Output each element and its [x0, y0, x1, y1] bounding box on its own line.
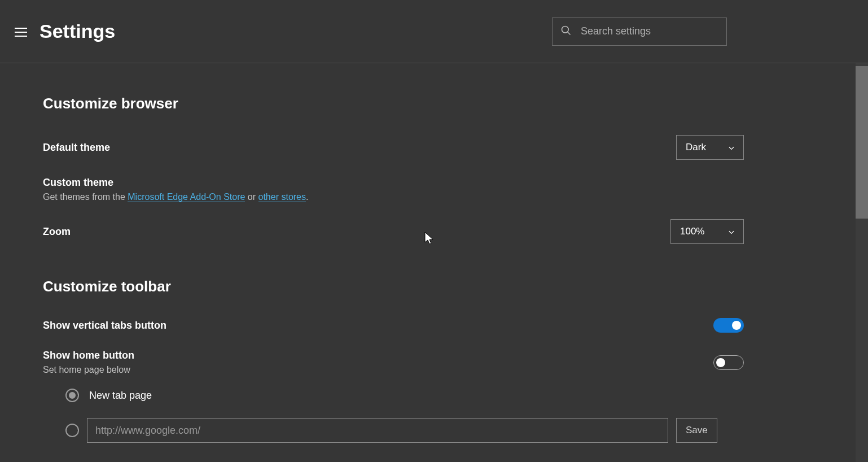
menu-button[interactable]	[15, 25, 28, 39]
search-input[interactable]	[581, 25, 718, 37]
label-default-theme: Default theme	[43, 142, 676, 154]
toggle-home-button[interactable]	[713, 355, 744, 370]
scrollbar-track[interactable]	[856, 63, 868, 462]
toggle-vertical-tabs[interactable]	[713, 318, 744, 333]
scrollbar-thumb[interactable]	[856, 66, 868, 219]
section-customize-browser: Customize browser	[43, 95, 744, 112]
custom-theme-description: Get themes from the Microsoft Edge Add-O…	[43, 192, 744, 202]
radio-row-custom-url: Save	[43, 418, 744, 443]
chevron-down-icon	[727, 143, 735, 151]
search-field[interactable]	[552, 18, 727, 46]
page-title: Settings	[40, 20, 541, 42]
save-button[interactable]: Save	[676, 418, 717, 443]
row-zoom: Zoom 100%	[43, 219, 744, 244]
settings-content: Customize browser Default theme Dark Cus…	[0, 63, 868, 462]
section-customize-toolbar: Customize toolbar	[43, 278, 744, 295]
label-custom-theme: Custom theme	[43, 177, 744, 189]
label-zoom: Zoom	[43, 226, 670, 238]
label-home-button: Show home button	[43, 350, 713, 361]
radio-new-tab-page[interactable]	[65, 389, 79, 402]
radio-custom-url[interactable]	[65, 424, 79, 437]
link-edge-addon-store[interactable]: Microsoft Edge Add-On Store	[128, 192, 245, 202]
chevron-down-icon	[727, 228, 735, 236]
radio-row-new-tab: New tab page	[43, 389, 744, 402]
home-url-input[interactable]	[87, 418, 668, 443]
svg-point-0	[562, 27, 569, 33]
svg-line-1	[568, 32, 571, 35]
theme-value: Dark	[686, 142, 706, 153]
link-other-stores[interactable]: other stores	[258, 192, 306, 202]
search-icon	[560, 25, 572, 38]
zoom-value: 100%	[680, 226, 704, 237]
row-default-theme: Default theme Dark	[43, 135, 744, 160]
label-vertical-tabs: Show vertical tabs button	[43, 320, 713, 332]
row-custom-theme: Custom theme Get themes from the Microso…	[43, 177, 744, 202]
zoom-select[interactable]: 100%	[670, 219, 744, 244]
row-vertical-tabs: Show vertical tabs button	[43, 318, 744, 333]
sublabel-home-button: Set home page below	[43, 365, 713, 375]
theme-select[interactable]: Dark	[676, 135, 744, 160]
header: Settings	[0, 0, 868, 63]
row-home-button: Show home button Set home page below	[43, 350, 744, 375]
label-new-tab-page: New tab page	[89, 390, 152, 402]
